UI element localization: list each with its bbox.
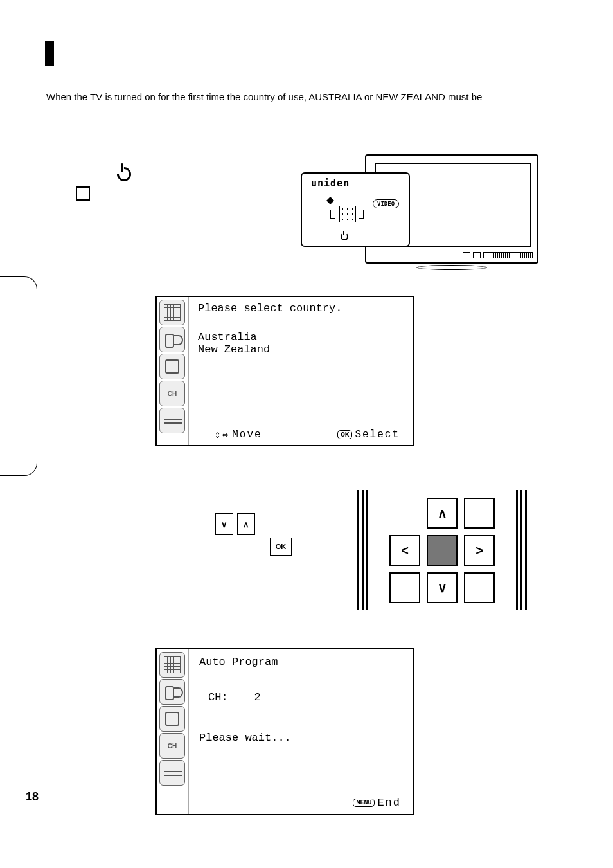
keypad-ok [427,535,458,566]
screen-menu-icon [159,706,185,732]
step2-arrow-buttons: ∨ ∧ [215,513,255,535]
down-button-icon: ∨ [215,513,233,535]
osd-select-hint: OK Select [337,428,400,441]
power-icon [341,231,347,238]
setup-menu-icon [159,408,185,433]
picture-menu-icon [159,300,185,325]
lead-paragraph: When the TV is turned on for the first t… [46,90,574,104]
plus-button [359,210,364,219]
channel-menu-icon [159,733,185,759]
section-marker [45,41,54,66]
osd2-title: Auto Program [199,656,402,668]
sun-icon [339,206,356,222]
ok-chip-icon: OK [337,430,352,439]
osd-move-hint: ⇕⇔ Move [215,428,262,441]
keypad-left: < [389,535,420,566]
keypad-down: ∨ [427,572,458,603]
keypad-up: ∧ [427,498,458,529]
osd-title: Please select country. [198,302,404,314]
sound-menu-icon [159,679,185,705]
screen-menu-icon [159,354,185,379]
osd-auto-program: Auto Program CH: 2 Please wait... MENU E… [155,648,414,815]
osd-country-select: Please select country. Australia New Zea… [155,296,414,446]
checkbox-row [76,186,90,201]
side-tab [0,276,37,476]
checkbox-icon [76,186,90,201]
osd2-ch-value: 2 [254,691,260,703]
remote-keypad-diagram: ∧ < > ∨ [357,490,527,610]
keypad-blank [464,498,495,529]
minus-button [330,210,335,219]
osd2-ch-label: CH: [208,691,228,703]
down-arrow-icon [326,201,334,208]
video-button: VIDEO [373,199,399,208]
power-icon [114,165,130,180]
menu-chip-icon: MENU [353,799,375,807]
up-button-icon: ∧ [237,513,255,535]
nav-icon: ⇕⇔ [215,428,229,441]
keypad-blank [464,572,495,603]
keypad-blank [389,572,420,603]
page-number: 18 [26,790,39,804]
setup-menu-icon [159,760,185,786]
tv-control-callout: uniden VIDEO [301,172,416,249]
osd2-wait: Please wait... [199,732,402,744]
step-badge-1 [32,163,59,190]
osd2-end-hint: MENU End [353,797,401,809]
osd-option-australia[interactable]: Australia [198,331,404,343]
keypad-right: > [464,535,495,566]
brand-logo: uniden [311,177,350,189]
sound-menu-icon [159,327,185,352]
osd-option-newzealand[interactable]: New Zealand [198,343,404,356]
channel-menu-icon [159,381,185,406]
step-badge-2 [32,491,59,518]
picture-menu-icon [159,652,185,678]
up-arrow-icon [326,193,334,201]
ok-button-icon: OK [270,538,292,556]
